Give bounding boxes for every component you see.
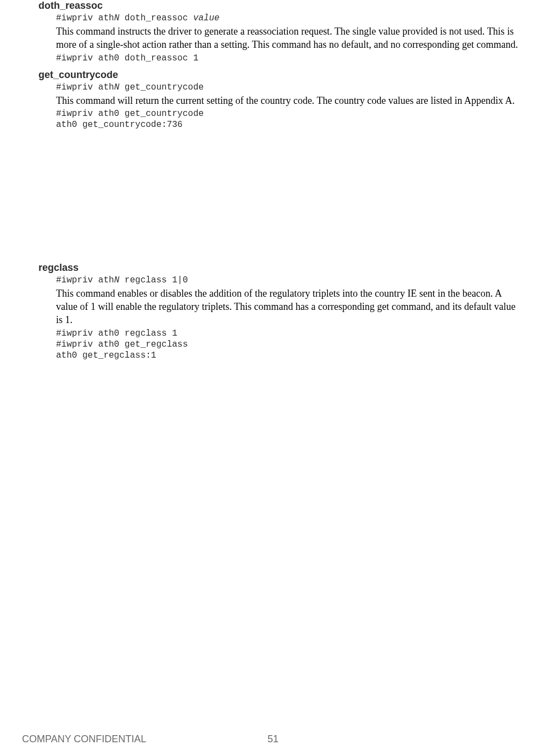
description-text: This command will return the current set… — [56, 94, 524, 107]
section-get-countrycode: get_countrycode #iwpriv athN get_country… — [38, 69, 524, 130]
spacer — [38, 136, 524, 262]
example-code: #iwpriv ath0 regclass 1 #iwpriv ath0 get… — [56, 328, 524, 361]
section-body: #iwpriv athN get_countrycode This comman… — [56, 82, 524, 130]
syntax-mid: get_countrycode — [119, 82, 204, 92]
syntax-var: N — [114, 82, 120, 92]
syntax-line: #iwpriv athN doth_reassoc value — [56, 13, 524, 24]
heading-doth-reassoc: doth_reassoc — [38, 0, 524, 12]
description-text: This command enables or disables the add… — [56, 287, 524, 327]
syntax-prefix: #iwpriv ath — [56, 275, 114, 285]
syntax-prefix: #iwpriv ath — [56, 13, 114, 23]
syntax-line: #iwpriv athN get_countrycode — [56, 82, 524, 93]
section-regclass: regclass #iwpriv athN regclass 1|0 This … — [38, 262, 524, 361]
syntax-prefix: #iwpriv ath — [56, 82, 114, 92]
section-doth-reassoc: doth_reassoc #iwpriv athN doth_reassoc v… — [38, 0, 524, 64]
section-body: #iwpriv athN doth_reassoc value This com… — [56, 13, 524, 64]
example-code: #iwpriv ath0 doth_reassoc 1 — [56, 53, 524, 64]
page-footer: COMPANY CONFIDENTIAL 51 — [0, 733, 546, 745]
footer-page-number: 51 — [0, 733, 546, 745]
syntax-var: N — [114, 13, 120, 23]
heading-get-countrycode: get_countrycode — [38, 69, 524, 81]
syntax-mid: regclass 1|0 — [119, 275, 188, 285]
syntax-line: #iwpriv athN regclass 1|0 — [56, 275, 524, 286]
page-content: doth_reassoc #iwpriv athN doth_reassoc v… — [0, 0, 546, 361]
syntax-var2: value — [193, 13, 220, 23]
example-code: #iwpriv ath0 get_countrycode ath0 get_co… — [56, 108, 524, 130]
syntax-var: N — [114, 275, 120, 285]
heading-regclass: regclass — [38, 262, 524, 274]
section-body: #iwpriv athN regclass 1|0 This command e… — [56, 275, 524, 361]
description-text: This command instructs the driver to gen… — [56, 25, 524, 52]
syntax-mid: doth_reassoc — [119, 13, 193, 23]
